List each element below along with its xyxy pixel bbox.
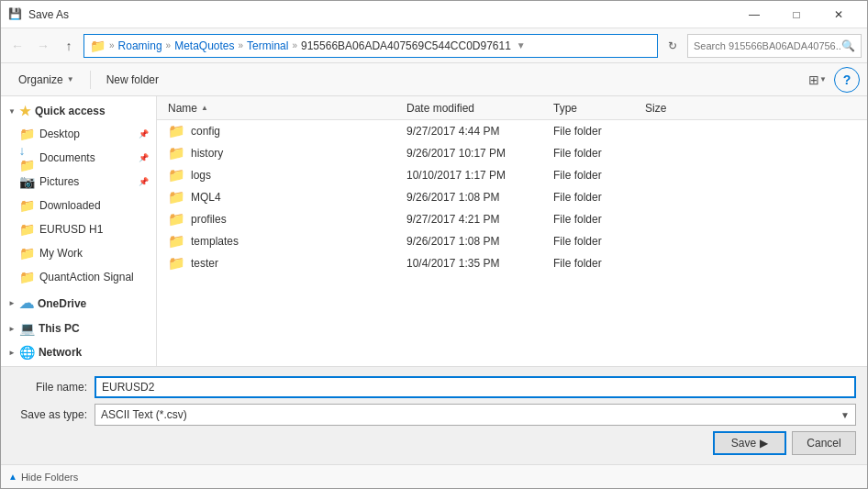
hide-folders-toggle[interactable]: ▲ Hide Folders: [8, 472, 78, 483]
column-modified[interactable]: Date modified: [399, 102, 546, 115]
file-type: File folder: [546, 169, 638, 182]
title-bar: 💾 Save As — □ ✕: [1, 1, 867, 28]
quantaction-folder-icon: 📁: [19, 270, 34, 284]
sidebar-desktop-label: Desktop: [39, 128, 80, 140]
search-input[interactable]: [694, 40, 841, 51]
maximize-button[interactable]: □: [775, 1, 818, 28]
table-row[interactable]: 📁 history 9/26/2017 10:17 PM File folder: [157, 142, 867, 164]
filename-input[interactable]: [95, 376, 856, 398]
sidebar-item-pictures[interactable]: 📷 Pictures 📌: [1, 170, 156, 194]
file-name-text: profiles: [191, 213, 227, 226]
file-modified: 10/10/2017 1:17 PM: [399, 169, 546, 182]
file-list-header: Name ▲ Date modified Type Size: [157, 96, 867, 120]
view-dropdown-icon: ▼: [819, 75, 827, 83]
search-box[interactable]: 🔍: [687, 34, 862, 58]
file-modified: 9/26/2017 1:08 PM: [399, 191, 546, 204]
file-name-text: config: [191, 125, 220, 138]
table-row[interactable]: 📁 config 9/27/2017 4:44 PM File folder: [157, 120, 867, 142]
sidebar-quick-access-label: Quick access: [35, 105, 106, 117]
window-title: Save As: [28, 8, 733, 21]
table-row[interactable]: 📁 logs 10/10/2017 1:17 PM File folder: [157, 164, 867, 186]
breadcrumb-bar[interactable]: 📁 » Roaming » MetaQuotes » Terminal » 91…: [83, 34, 658, 58]
organize-button[interactable]: Organize ▼: [8, 67, 84, 93]
sidebar-item-downloaded[interactable]: 📁 Downloaded: [1, 194, 156, 217]
column-modified-label: Date modified: [406, 102, 474, 115]
status-bar: ▲ Hide Folders: [1, 464, 867, 488]
pictures-folder-icon: 📷: [19, 174, 34, 189]
refresh-button[interactable]: ↻: [662, 35, 684, 57]
save-label: Save: [731, 437, 756, 450]
thispc-icon: 💻: [19, 321, 35, 336]
hide-folders-chevron-icon: ▲: [8, 472, 17, 482]
sidebar-documents-label: Documents: [39, 151, 95, 164]
sidebar: ▼ ★ Quick access 📁 Desktop 📌 ↓📁 Document…: [1, 96, 157, 366]
file-type: File folder: [546, 147, 638, 160]
documents-folder-icon: ↓📁: [19, 150, 34, 165]
sidebar-downloaded-label: Downloaded: [39, 199, 101, 212]
hide-folders-label: Hide Folders: [21, 472, 78, 483]
breadcrumb-metaquotes[interactable]: MetaQuotes: [174, 39, 234, 52]
new-folder-button[interactable]: New folder: [96, 67, 169, 93]
table-row[interactable]: 📁 MQL4 9/26/2017 1:08 PM File folder: [157, 186, 867, 208]
filename-label: File name:: [12, 381, 95, 394]
close-button[interactable]: ✕: [818, 1, 860, 28]
sidebar-onedrive-item[interactable]: ► ☁ OneDrive: [1, 291, 156, 316]
folder-icon: 📁: [168, 145, 185, 161]
column-name[interactable]: Name ▲: [161, 102, 399, 115]
table-row[interactable]: 📁 tester 10/4/2017 1:35 PM File folder: [157, 252, 867, 274]
file-name-text: tester: [191, 257, 218, 270]
pictures-pin-icon: 📌: [139, 177, 149, 186]
save-as-dialog: 💾 Save As — □ ✕ ← → ↑ 📁 » Roaming » Meta…: [0, 0, 868, 489]
cursor-icon: ▶: [760, 437, 768, 450]
save-button[interactable]: Save ▶: [713, 431, 786, 455]
sidebar-network-item[interactable]: ► 🌐 Network: [1, 341, 156, 363]
file-list: Name ▲ Date modified Type Size 📁 config …: [157, 96, 867, 366]
table-row[interactable]: 📁 profiles 9/27/2017 4:21 PM File folder: [157, 208, 867, 230]
column-name-label: Name: [168, 102, 197, 115]
file-type: File folder: [546, 213, 638, 226]
file-type: File folder: [546, 257, 638, 270]
filetype-label: Save as type:: [12, 408, 95, 421]
column-size[interactable]: Size: [638, 102, 711, 115]
minimize-button[interactable]: —: [733, 1, 775, 28]
breadcrumb-roaming[interactable]: Roaming: [118, 39, 162, 52]
sidebar-item-documents[interactable]: ↓📁 Documents 📌: [1, 146, 156, 170]
sidebar-item-eurusd-h1[interactable]: 📁 EURUSD H1: [1, 217, 156, 241]
column-type[interactable]: Type: [546, 102, 638, 115]
toolbar-separator: [90, 71, 91, 89]
file-name-text: templates: [191, 235, 239, 248]
search-icon: 🔍: [841, 39, 855, 52]
sidebar-onedrive-label: OneDrive: [38, 297, 86, 310]
sidebar-item-my-work[interactable]: 📁 My Work: [1, 241, 156, 265]
cancel-button[interactable]: Cancel: [792, 431, 856, 455]
file-type: File folder: [546, 125, 638, 138]
filename-row: File name:: [12, 376, 856, 398]
folder-icon: 📁: [168, 123, 185, 139]
forward-button[interactable]: →: [32, 35, 54, 57]
back-button[interactable]: ←: [6, 35, 28, 57]
folder-icon-small: 📁: [90, 39, 106, 53]
work-folder-icon: 📁: [19, 246, 34, 261]
breadcrumb-terminal[interactable]: Terminal: [247, 39, 288, 52]
organize-chevron-icon: ▼: [67, 75, 74, 83]
table-row[interactable]: 📁 templates 9/26/2017 1:08 PM File folde…: [157, 230, 867, 252]
downloaded-folder-icon: 📁: [19, 198, 34, 213]
sidebar-thispc-item[interactable]: ► 💻 This PC: [1, 317, 156, 339]
breadcrumb-dropdown-icon[interactable]: ▼: [517, 40, 526, 50]
folder-icon: 📁: [168, 211, 185, 228]
filetype-select[interactable]: ASCII Text (*.csv) ▼: [95, 404, 856, 426]
onedrive-expand-icon: ►: [8, 299, 16, 307]
view-button[interactable]: ⊞ ▼: [805, 67, 830, 93]
organize-label: Organize: [18, 73, 63, 86]
column-size-label: Size: [645, 102, 666, 115]
sidebar-item-quantaction[interactable]: 📁 QuantAction Signal: [1, 265, 156, 289]
breadcrumb-sep-4: »: [292, 40, 297, 50]
quick-access-expand-icon: ▼: [8, 107, 16, 116]
up-button[interactable]: ↑: [58, 35, 80, 57]
file-type: File folder: [546, 235, 638, 248]
sidebar-quick-access-header[interactable]: ▼ ★ Quick access: [1, 100, 156, 122]
file-modified: 9/27/2017 4:44 PM: [399, 125, 546, 138]
help-button[interactable]: ?: [834, 67, 860, 93]
filetype-value: ASCII Text (*.csv): [101, 408, 187, 421]
network-icon: 🌐: [19, 345, 35, 360]
